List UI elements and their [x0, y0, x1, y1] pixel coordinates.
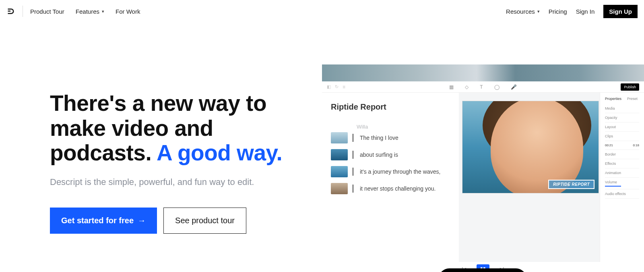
cursor-bar-icon	[353, 151, 353, 159]
text-icon[interactable]: T	[480, 84, 483, 90]
preview-panel: RIPTIDE REPORT	[459, 93, 600, 262]
prop-clips-label: Clips	[605, 134, 613, 138]
redo-icon[interactable]: ↻	[335, 84, 339, 89]
cursor-bar-icon	[353, 134, 353, 142]
demo-bg-top	[322, 64, 644, 81]
prop-layout[interactable]: Layout	[605, 123, 639, 132]
hero-headline-accent: A good way.	[157, 140, 282, 165]
prop-volume[interactable]: Volume	[605, 178, 639, 189]
transcript-row[interactable]: The thing I love	[331, 132, 459, 143]
document-title: Riptide Report	[331, 102, 459, 112]
nav-right: Resources ▾ Pricing Sign In Sign Up	[506, 5, 638, 18]
hero-ctas: Get started for free → See product tour	[50, 208, 310, 234]
prop-animation[interactable]: Animation	[605, 168, 639, 178]
menu-icon[interactable]: ≡	[343, 84, 345, 90]
clip-thumbnail	[331, 149, 348, 160]
hero-demo: ◧ ↻ ≡ ▦ ◇ T ◯ 🎤 Publish Riptid	[322, 23, 644, 234]
volume-slider[interactable]	[605, 186, 621, 187]
nav-product-tour[interactable]: Product Tour	[30, 8, 64, 15]
transcript-text: The thing I love	[360, 135, 398, 141]
clip-thumbnail	[331, 166, 348, 177]
publish-button[interactable]: Publish	[621, 83, 639, 91]
product-tour-button[interactable]: See product tour	[163, 208, 246, 234]
app-toolbar: ◧ ↻ ≡ ▦ ◇ T ◯ 🎤 Publish	[322, 81, 644, 93]
prop-clips[interactable]: Clips	[605, 132, 639, 141]
transcript-text: about surfing is	[360, 152, 398, 158]
properties-tabs: Properties Preset	[605, 97, 639, 101]
prop-audio-effects[interactable]: Audio effects	[605, 189, 639, 199]
get-started-button[interactable]: Get started for free →	[50, 208, 157, 234]
prop-border[interactable]: Border	[605, 150, 639, 159]
video-preview[interactable]: RIPTIDE REPORT	[462, 101, 599, 193]
clip-thumbnail	[331, 132, 348, 143]
speaker-name: Willa	[357, 124, 459, 130]
tab-properties[interactable]: Properties	[605, 97, 621, 101]
clip-thumbnail	[331, 183, 348, 194]
prop-effects[interactable]: Effects	[605, 159, 639, 168]
transcript-row[interactable]: about surfing is	[331, 149, 459, 160]
app-body: Riptide Report Willa The thing I love ab…	[322, 93, 644, 262]
prop-media[interactable]: Media	[605, 104, 639, 113]
sidebar-toggle-icon[interactable]: ◧	[327, 84, 331, 89]
sign-up-button[interactable]: Sign Up	[603, 5, 638, 18]
nav-features[interactable]: Features ▾	[76, 8, 104, 15]
get-started-label: Get started for free	[61, 216, 134, 225]
hero-subhead: Descript is the simple, powerful, and fu…	[50, 177, 310, 187]
tag-icon[interactable]: ◯	[494, 84, 500, 90]
transcript-row[interactable]: it's a journey through the waves,	[331, 166, 459, 177]
top-nav: Product Tour Features ▾ For Work Resourc…	[0, 0, 644, 23]
cursor-bar-icon	[353, 185, 353, 193]
transcript-panel: Riptide Report Willa The thing I love ab…	[322, 93, 459, 262]
play-with-sound-button[interactable]: Play with sound	[439, 268, 526, 272]
nav-for-work[interactable]: For Work	[116, 8, 140, 15]
prop-volume-label: Volume	[605, 180, 617, 184]
nav-features-label: Features	[76, 8, 99, 15]
lower-third-badge: RIPTIDE REPORT	[548, 180, 594, 189]
toolbar-center: ▦ ◇ T ◯ 🎤	[449, 84, 516, 90]
clip-out-time: 0:18	[633, 143, 639, 147]
transcript-row[interactable]: it never stops challenging you.	[331, 183, 459, 194]
nav-resources[interactable]: Resources ▾	[506, 8, 540, 15]
properties-panel: Properties Preset Media Opacity Layout C…	[600, 93, 644, 262]
nav-divider	[23, 6, 23, 17]
hero-section: There's a new way to make video and podc…	[0, 23, 644, 234]
demo-container: ◧ ↻ ≡ ▦ ◇ T ◯ 🎤 Publish Riptid	[322, 64, 644, 272]
hero-headline: There's a new way to make video and podc…	[50, 91, 310, 166]
nav-pricing[interactable]: Pricing	[549, 8, 567, 15]
prop-opacity[interactable]: Opacity	[605, 113, 639, 123]
app-window: ◧ ↻ ≡ ▦ ◇ T ◯ 🎤 Publish Riptid	[322, 81, 644, 272]
clip-in-time: 00:21	[605, 143, 613, 147]
chevron-down-icon: ▾	[102, 9, 104, 14]
gallery-icon[interactable]: ▦	[449, 84, 454, 90]
nav-sign-in[interactable]: Sign In	[576, 8, 595, 15]
nav-resources-label: Resources	[506, 8, 535, 15]
mic-icon[interactable]: 🎤	[511, 84, 517, 90]
arrow-right-icon: →	[138, 216, 146, 225]
prop-clip-times: 00:21 0:18	[605, 141, 639, 150]
toolbar-left: ◧ ↻ ≡	[327, 84, 345, 90]
tab-preset[interactable]: Preset	[627, 97, 638, 101]
brand-logo[interactable]	[6, 7, 15, 16]
transcript-text: it's a journey through the waves,	[360, 168, 440, 175]
chevron-down-icon: ▾	[537, 9, 540, 14]
cursor-bar-icon	[353, 168, 353, 176]
nav-left: Product Tour Features ▾ For Work	[30, 8, 140, 15]
hero-copy: There's a new way to make video and podc…	[0, 23, 310, 234]
transcript-text: it never stops challenging you.	[360, 185, 436, 192]
shape-icon[interactable]: ◇	[465, 84, 469, 90]
